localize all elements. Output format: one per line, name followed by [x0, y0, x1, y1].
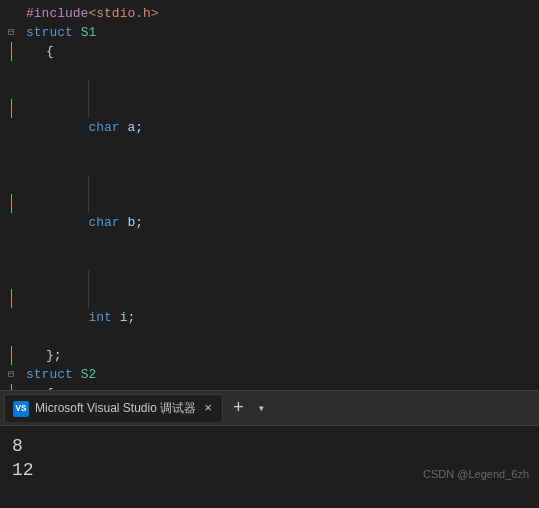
line-content-8: struct S2: [22, 365, 539, 384]
line-content-6: int i;: [22, 251, 539, 346]
tab-icon: VS: [13, 401, 29, 417]
tab-dropdown-button[interactable]: ▾: [254, 401, 269, 416]
watermark: CSDN @Legend_6zh: [423, 468, 529, 480]
line-content-2: struct S1: [22, 23, 539, 42]
fold-gutter-2[interactable]: ⊟: [0, 23, 22, 42]
fold-gutter-9: [0, 384, 22, 390]
line-content-9: {: [22, 384, 539, 390]
code-line-9: {: [0, 384, 539, 390]
code-line-2: ⊟ struct S1: [0, 23, 539, 42]
tab-item[interactable]: VS Microsoft Visual Studio 调试器 ×: [4, 394, 223, 422]
fold-gutter-7: [0, 346, 22, 365]
fold-gutter-1: [0, 4, 22, 23]
line-content-1: #include<stdio.h>: [22, 4, 539, 23]
tab-close-button[interactable]: ×: [202, 401, 214, 416]
fold-gutter-3: [0, 42, 22, 61]
code-line-4: char a;: [0, 61, 539, 156]
code-line-3: {: [0, 42, 539, 61]
code-editor: #include<stdio.h> ⊟ struct S1 { char a;: [0, 0, 539, 390]
code-line-6: int i;: [0, 251, 539, 346]
line-content-7: };: [22, 346, 539, 365]
output-area: 8 12 CSDN @Legend_6zh: [0, 425, 539, 488]
fold-gutter-4: [0, 61, 22, 156]
code-line-7: };: [0, 346, 539, 365]
code-lines: #include<stdio.h> ⊟ struct S1 { char a;: [0, 0, 539, 390]
fold-gutter-8[interactable]: ⊟: [0, 365, 22, 384]
code-line-8: ⊟ struct S2: [0, 365, 539, 384]
tab-icon-text: VS: [16, 404, 27, 414]
line-content-4: char a;: [22, 61, 539, 156]
output-line-1: 8: [12, 434, 527, 458]
tab-add-button[interactable]: +: [227, 399, 250, 417]
tab-bar: VS Microsoft Visual Studio 调试器 × + ▾: [0, 390, 539, 425]
line-content-3: {: [22, 42, 539, 61]
fold-gutter-6: [0, 251, 22, 346]
code-line-5: char b;: [0, 156, 539, 251]
tab-label: Microsoft Visual Studio 调试器: [35, 400, 196, 417]
code-line-1: #include<stdio.h>: [0, 4, 539, 23]
line-content-5: char b;: [22, 156, 539, 251]
fold-gutter-5: [0, 156, 22, 251]
